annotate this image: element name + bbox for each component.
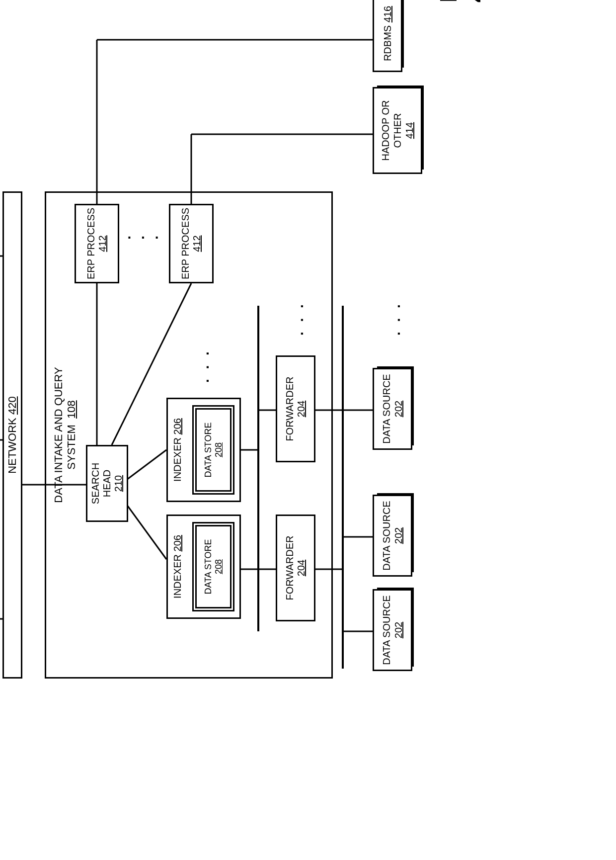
figure-label: FIG. 4 (435, 0, 489, 2)
forwarder-ellipsis: . . . (291, 301, 307, 336)
network-ref: 420 (6, 396, 19, 415)
data-source-1: DATA SOURCE 202 (373, 589, 412, 671)
erp-process-2: ERP PROCESS 412 (169, 204, 214, 283)
system-label: DATA INTAKE AND QUERY SYSTEM 108 (52, 350, 78, 519)
erp-process-1: ERP PROCESS 412 (75, 204, 119, 283)
indexer-ellipsis: . . . (196, 348, 212, 383)
network-bar: NETWORK 420 (2, 191, 22, 679)
data-source-3: DATA SOURCE 202 (373, 368, 412, 450)
erp-ellipsis: . . . (128, 226, 162, 242)
data-store-1: DATA STORE 208 (192, 522, 234, 611)
forwarder-2: FORWARDER 204 (276, 355, 315, 462)
data-source-2: DATA SOURCE 202 (373, 495, 412, 577)
rdbms-box: RDBMS 416 (373, 0, 402, 72)
forwarder-1: FORWARDER 204 (276, 515, 315, 621)
data-source-ellipsis: . . . (387, 301, 403, 336)
hadoop-box: HADOOP OR OTHER 414 (373, 87, 422, 174)
data-store-2: DATA STORE 208 (192, 405, 234, 495)
search-head: SEARCH HEAD 210 (86, 445, 128, 522)
network-label: NETWORK (6, 418, 19, 473)
